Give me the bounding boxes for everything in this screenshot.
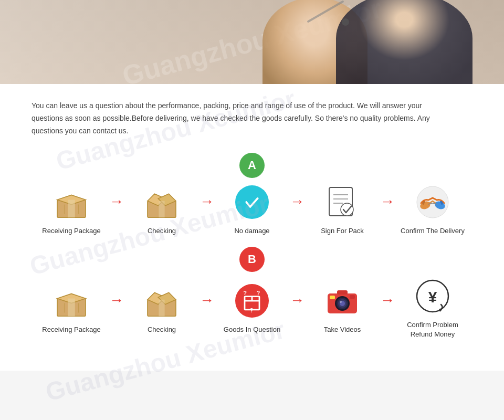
step-a3-label: No damage bbox=[234, 226, 269, 236]
svg-point-37 bbox=[340, 301, 342, 303]
box-closed-icon bbox=[52, 183, 90, 221]
step-b4-label: Take Videos bbox=[324, 325, 361, 334]
handshake-icon bbox=[414, 183, 452, 221]
svg-text:?: ? bbox=[243, 289, 247, 296]
svg-rect-38 bbox=[337, 290, 348, 295]
camera-icon bbox=[323, 282, 361, 320]
arrow-a4: → bbox=[380, 193, 395, 210]
svg-text:?: ? bbox=[250, 307, 254, 313]
svg-rect-2 bbox=[68, 200, 75, 218]
arrow-a2: → bbox=[200, 193, 214, 210]
svg-point-13 bbox=[341, 203, 353, 216]
badge-b: B bbox=[239, 247, 265, 272]
arrow-b4: → bbox=[380, 292, 395, 309]
arrow-a3: → bbox=[290, 193, 304, 210]
step-b5: ¥ Confirm Problem Refund Money bbox=[396, 277, 469, 339]
svg-text:?: ? bbox=[256, 289, 260, 296]
step-b3-label: Goods In Question bbox=[224, 325, 280, 334]
section-b: B Receiving Package → bbox=[32, 247, 472, 339]
step-b2: Checking bbox=[125, 282, 198, 334]
svg-rect-19 bbox=[68, 298, 75, 316]
step-b5-label: Confirm Problem Refund Money bbox=[407, 320, 458, 339]
flow-row-a: Receiving Package → Checking bbox=[32, 183, 472, 236]
step-a5: Confirm The Delivery bbox=[396, 183, 469, 236]
step-b1-label: Receiving Package bbox=[42, 325, 100, 334]
section-a: A Receivin bbox=[32, 153, 472, 236]
question-circle-icon: ? ? ? bbox=[233, 282, 271, 320]
hero-section: Guangzhou Xeumior bbox=[0, 0, 504, 84]
arrow-a1: → bbox=[109, 193, 124, 210]
svg-rect-8 bbox=[159, 201, 164, 218]
box-closed-b-icon bbox=[52, 282, 90, 320]
step-a2-label: Checking bbox=[148, 226, 176, 236]
main-content: Guangzhou Xeumior Guangzhou Xeumior Guan… bbox=[0, 84, 504, 371]
box-open-icon bbox=[143, 183, 181, 221]
svg-text:¥: ¥ bbox=[428, 288, 437, 306]
step-a4-label: Sign For Pack bbox=[321, 226, 364, 236]
arrow-b1: → bbox=[109, 292, 124, 309]
step-a2: Checking bbox=[125, 183, 198, 236]
flow-row-b: Receiving Package → Checking → bbox=[32, 277, 472, 339]
step-a1-label: Receiving Package bbox=[42, 226, 100, 236]
step-a3: No damage bbox=[215, 183, 289, 236]
step-b4: Take Videos bbox=[306, 282, 379, 334]
arrow-b2: → bbox=[200, 292, 214, 309]
step-a1: Receiving Package bbox=[35, 183, 108, 236]
svg-rect-40 bbox=[350, 295, 355, 299]
svg-rect-25 bbox=[159, 299, 164, 316]
step-a4: Sign For Pack bbox=[306, 183, 379, 236]
step-b2-label: Checking bbox=[148, 325, 176, 334]
yen-circle-icon: ¥ bbox=[414, 277, 452, 315]
step-b1: Receiving Package bbox=[35, 282, 108, 334]
step-a5-label: Confirm The Delivery bbox=[401, 226, 465, 236]
arrow-b3: → bbox=[290, 292, 304, 309]
box-open-b-icon bbox=[143, 282, 181, 320]
sign-document-icon bbox=[323, 183, 361, 221]
checkmark-circle-icon bbox=[233, 183, 271, 221]
badge-a: A bbox=[239, 153, 265, 178]
description-text: You can leave us a question about the pe… bbox=[32, 100, 441, 137]
step-b3: ? ? ? Goods In Question bbox=[215, 282, 289, 334]
svg-rect-39 bbox=[330, 296, 335, 299]
